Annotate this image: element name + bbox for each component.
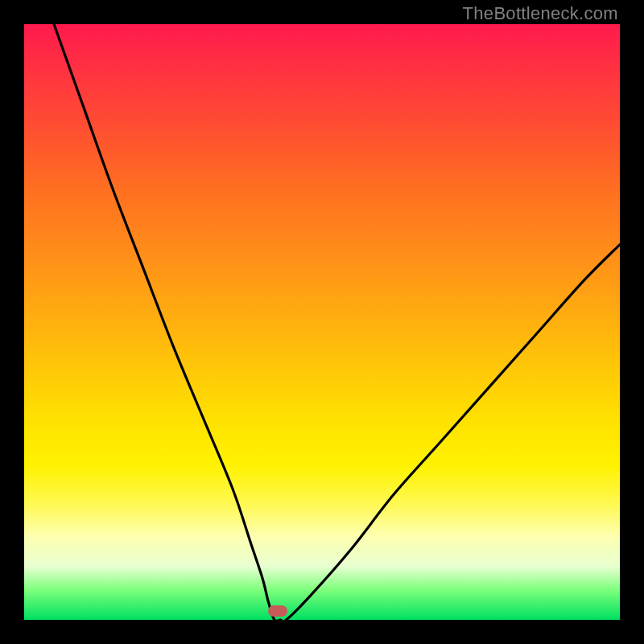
chart-frame: TheBottleneck.com (0, 0, 644, 644)
plot-area (24, 24, 620, 620)
optimum-marker (268, 605, 287, 617)
curve-svg (24, 24, 620, 620)
watermark-text: TheBottleneck.com (463, 3, 618, 24)
bottleneck-curve-path (54, 24, 620, 620)
